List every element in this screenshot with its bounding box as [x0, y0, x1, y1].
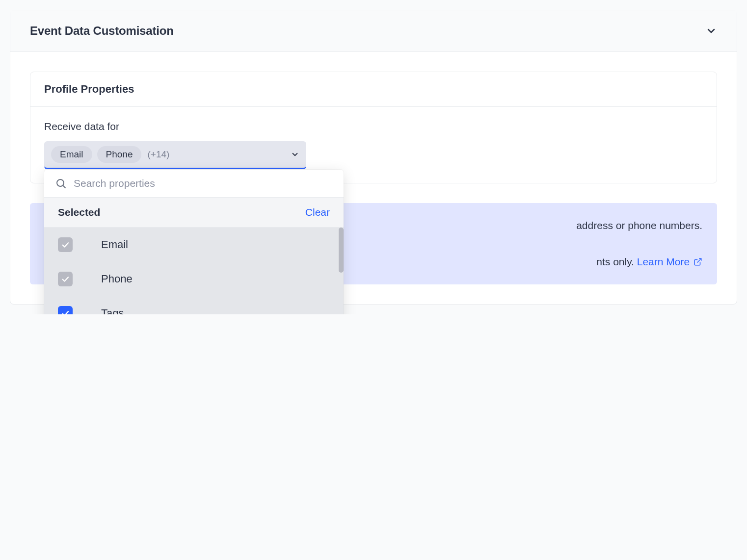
option-label: Email	[101, 238, 128, 251]
sub-panel-title: Profile Properties	[44, 83, 703, 96]
option-label: Phone	[101, 273, 133, 285]
multiselect-input[interactable]: Email Phone (+14)	[44, 141, 306, 169]
option-label: Tags	[101, 307, 124, 314]
learn-more-link[interactable]: Learn More	[637, 256, 702, 267]
field-label: Receive data for	[44, 121, 703, 132]
panel-body: Profile Properties Receive data for Emai…	[10, 52, 737, 304]
selected-label: Selected	[58, 206, 100, 218]
external-link-icon	[694, 257, 702, 266]
sub-panel-header: Profile Properties	[30, 72, 717, 107]
panel-header[interactable]: Event Data Customisation	[10, 10, 737, 52]
chevron-down-icon	[291, 150, 299, 159]
option-tags[interactable]: Tags	[44, 296, 344, 314]
search-input[interactable]	[74, 178, 333, 189]
search-icon	[55, 178, 67, 189]
selected-header: Selected Clear	[44, 197, 344, 228]
banner-line1: address or phone numbers.	[576, 220, 702, 231]
checkbox-locked-icon	[58, 237, 73, 252]
chip-phone[interactable]: Phone	[97, 146, 142, 163]
event-data-panel: Event Data Customisation Profile Propert…	[10, 10, 737, 305]
chip-email[interactable]: Email	[51, 146, 92, 163]
properties-dropdown: Selected Clear Email Phone	[44, 170, 344, 314]
svg-line-1	[63, 186, 66, 188]
options-list[interactable]: Email Phone Tags	[44, 228, 344, 314]
option-email[interactable]: Email	[44, 228, 344, 262]
more-count: (+14)	[147, 149, 169, 160]
svg-line-2	[697, 258, 701, 262]
clear-button[interactable]: Clear	[305, 206, 330, 218]
search-row	[44, 170, 344, 197]
sub-panel-body: Receive data for Email Phone (+14) Sele	[30, 107, 717, 183]
checkbox-locked-icon	[58, 272, 73, 286]
option-phone[interactable]: Phone	[44, 262, 344, 296]
checkbox-checked-icon[interactable]	[58, 306, 73, 314]
scrollbar-thumb[interactable]	[339, 228, 344, 273]
banner-line2: nts only.	[596, 256, 637, 267]
profile-properties-panel: Profile Properties Receive data for Emai…	[30, 72, 717, 183]
chevron-down-icon	[705, 25, 717, 37]
panel-title: Event Data Customisation	[30, 24, 174, 38]
